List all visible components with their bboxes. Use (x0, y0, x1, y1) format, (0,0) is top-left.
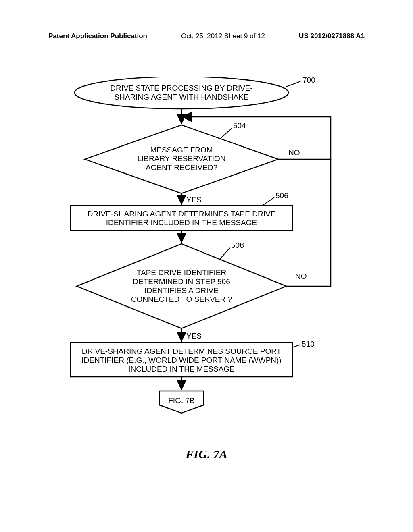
process2-line3: INCLUDED IN THE MESSAGE (128, 365, 235, 373)
process1-line1: DRIVE-SHARING AGENT DETERMINES TAPE DRIV… (88, 210, 276, 218)
process1-line2: IDENTIFIER INCLUDED IN THE MESSAGE (106, 218, 257, 227)
terminal-ref: 700 (302, 77, 315, 84)
figure-caption: FIG. 7A (0, 447, 413, 461)
decision2-line1: TAPE DRIVE IDENTIFIER (137, 268, 226, 277)
decision2-ref: 508 (231, 241, 244, 249)
header-left: Patent Application Publication (48, 32, 147, 40)
svg-line-0 (286, 81, 300, 87)
svg-line-8 (292, 345, 300, 347)
decision1-line3: AGENT RECEIVED? (146, 163, 217, 172)
terminal-line1: DRIVE STATE PROCESSING BY DRIVE- (110, 84, 253, 92)
decision2-no: NO (295, 272, 307, 281)
process2-line2: IDENTIFIER (E.G., WORLD WIDE PORT NAME (… (81, 356, 281, 364)
decision1-line1: MESSAGE FROM (150, 145, 213, 154)
decision2-line3: IDENTIFIES A DRIVE (144, 286, 219, 295)
decision2-line2: DETERMINED IN STEP 506 (133, 277, 230, 286)
terminal-line2: SHARING AGENT WITH HANDSHAKE (114, 93, 248, 101)
decision2-line4: CONNECTED TO SERVER ? (131, 295, 232, 303)
connector-text: FIG. 7B (168, 396, 194, 405)
process1-ref: 506 (275, 191, 288, 200)
process2-line1: DRIVE-SHARING AGENT DETERMINES SOURCE PO… (82, 347, 282, 355)
decision2-yes: YES (186, 332, 202, 340)
decision1-line2: LIBRARY RESERVATION (138, 154, 226, 163)
svg-line-2 (220, 128, 232, 139)
header-center: Oct. 25, 2012 Sheet 9 of 12 (181, 32, 265, 40)
flowchart-diagram: DRIVE STATE PROCESSING BY DRIVE- SHARING… (60, 77, 351, 455)
decision1-yes: YES (186, 195, 202, 204)
page-header: Patent Application Publication Oct. 25, … (0, 32, 413, 44)
svg-line-4 (262, 197, 274, 206)
process2-ref: 510 (302, 340, 315, 348)
decision1-no: NO (288, 148, 300, 157)
header-right: US 2012/0271888 A1 (299, 32, 365, 40)
svg-line-6 (220, 248, 230, 259)
decision1-ref: 504 (233, 121, 246, 130)
